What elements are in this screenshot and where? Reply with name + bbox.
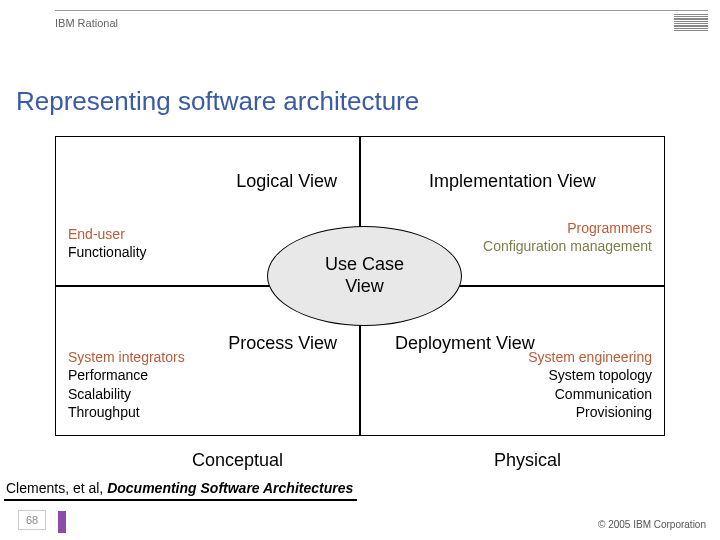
stakeholder-concern: Performance — [68, 366, 185, 384]
axis-left-label: Conceptual — [55, 450, 360, 471]
stakeholder-concern: System topology — [528, 366, 652, 384]
stakeholder-role: End-user — [68, 225, 147, 243]
citation: Clements, et al, Documenting Software Ar… — [4, 478, 357, 501]
stakeholder-role: System engineering — [528, 348, 652, 366]
stakeholder-concern: Communication — [528, 385, 652, 403]
stakeholder-role: Programmers — [483, 219, 652, 237]
four-plus-one-diagram: Logical View End-user Functionality Impl… — [55, 136, 665, 436]
page-title: Representing software architecture — [16, 86, 419, 117]
stakeholder-concern: Throughput — [68, 403, 185, 421]
use-case-view-ellipse: Use Case View — [267, 226, 462, 326]
ibm-logo-icon — [674, 14, 708, 31]
stakeholder-role: System integrators — [68, 348, 185, 366]
page-number: 68 — [18, 510, 46, 530]
axis-right-label: Physical — [360, 450, 665, 471]
accent-bar — [58, 511, 66, 533]
axis-labels: Conceptual Physical — [55, 450, 665, 471]
citation-title: Documenting Software Architectures — [107, 480, 353, 496]
process-view-stakeholders: System integrators Performance Scalabili… — [68, 348, 185, 421]
header-bar: IBM Rational — [55, 10, 708, 32]
stakeholder-concern: Configuration management — [483, 237, 652, 255]
deployment-view-stakeholders: System engineering System topology Commu… — [528, 348, 652, 421]
logical-view-title: Logical View — [68, 171, 337, 192]
implementation-view-title: Implementation View — [373, 171, 652, 192]
stakeholder-concern: Scalability — [68, 385, 185, 403]
citation-authors: Clements, et al, — [6, 480, 107, 496]
implementation-view-stakeholders: Programmers Configuration management — [483, 219, 652, 255]
stakeholder-concern: Functionality — [68, 243, 147, 261]
brand-text: IBM Rational — [55, 17, 118, 29]
use-case-line2: View — [345, 276, 384, 298]
copyright-text: © 2005 IBM Corporation — [598, 519, 706, 530]
use-case-line1: Use Case — [325, 254, 404, 276]
logical-view-stakeholders: End-user Functionality — [68, 225, 147, 261]
stakeholder-concern: Provisioning — [528, 403, 652, 421]
